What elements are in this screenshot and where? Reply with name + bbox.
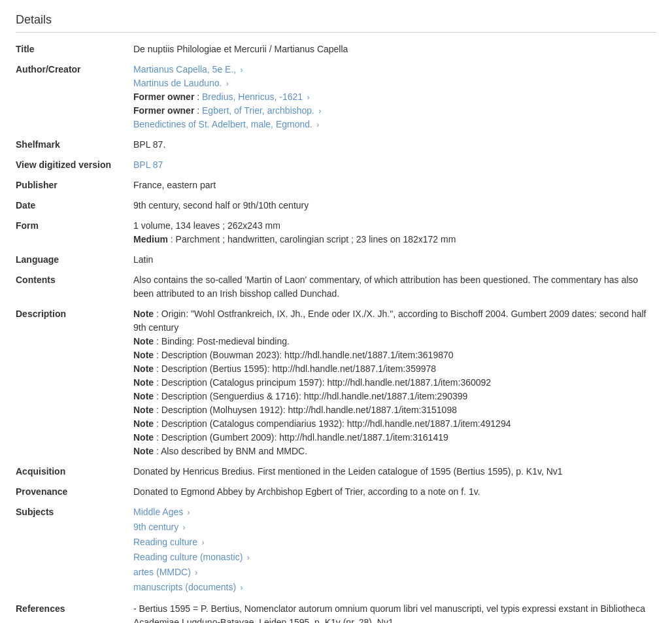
table-row: AcquisitionDonated by Henricus Bredius. … bbox=[16, 462, 656, 482]
row-label: References bbox=[16, 599, 133, 623]
row-value: Middle Ages ›9th century ›Reading cultur… bbox=[133, 502, 656, 599]
row-label: Provenance bbox=[16, 482, 133, 502]
row-value: Latin bbox=[133, 250, 656, 270]
author-link[interactable]: Martinus de Lauduno. bbox=[133, 78, 222, 88]
chevron-icon: › bbox=[305, 93, 309, 102]
table-row: DescriptionNote : Origin: "Wohl Ostfrank… bbox=[16, 304, 656, 462]
note-label: Note bbox=[133, 350, 154, 360]
row-value: BPL 87 bbox=[133, 155, 656, 175]
chevron-icon: › bbox=[316, 107, 321, 116]
row-label: Acquisition bbox=[16, 462, 133, 482]
row-value: BPL 87. bbox=[133, 135, 656, 155]
chevron-icon: › bbox=[180, 523, 185, 532]
owner-link[interactable]: Benedictines of St. Adelbert, male, Egmo… bbox=[133, 119, 312, 129]
digitized-version-link[interactable]: BPL 87 bbox=[133, 160, 163, 170]
row-label: Description bbox=[16, 304, 133, 462]
row-label: Date bbox=[16, 195, 133, 216]
note-label: Note bbox=[133, 432, 154, 443]
row-value: 9th century, second half or 9th/10th cen… bbox=[133, 195, 656, 216]
owner-link[interactable]: Egbert, of Trier, archbishop. bbox=[202, 105, 314, 116]
table-row: TitleDe nuptiis Philologiae et Mercurii … bbox=[16, 39, 656, 59]
table-row: Author/CreatorMartianus Capella, 5e E., … bbox=[16, 59, 656, 135]
table-row: View digitized versionBPL 87 bbox=[16, 155, 656, 175]
chevron-icon: › bbox=[224, 79, 228, 88]
row-label: Author/Creator bbox=[16, 59, 133, 135]
row-label: Shelfmark bbox=[16, 135, 133, 155]
table-row: PublisherFrance, eastern part bbox=[16, 175, 656, 195]
row-value: France, eastern part bbox=[133, 175, 656, 195]
subject-link[interactable]: 9th century bbox=[133, 522, 178, 532]
chevron-icon: › bbox=[314, 120, 319, 129]
table-row: References- Bertius 1595 = P. Bertius, N… bbox=[16, 599, 656, 623]
note-label: Note bbox=[133, 391, 154, 401]
subject-link[interactable]: Middle Ages bbox=[133, 507, 183, 517]
row-label: Title bbox=[16, 39, 133, 59]
row-value: Also contains the so-called 'Martin of L… bbox=[133, 270, 656, 304]
author-link[interactable]: Martianus Capella, 5e E., bbox=[133, 64, 236, 75]
note-label: Note bbox=[133, 363, 154, 374]
row-value: - Bertius 1595 = P. Bertius, Nomenclator… bbox=[133, 599, 656, 623]
table-row: Form1 volume, 134 leaves ; 262x243 mmMed… bbox=[16, 216, 656, 250]
chevron-icon: › bbox=[238, 65, 243, 75]
subject-link[interactable]: Reading culture bbox=[133, 537, 197, 547]
note-label: Note bbox=[133, 418, 154, 429]
row-label: Subjects bbox=[16, 502, 133, 599]
section-title: Details bbox=[16, 13, 656, 33]
table-row: ContentsAlso contains the so-called 'Mar… bbox=[16, 270, 656, 304]
subject-link[interactable]: manuscripts (documents) bbox=[133, 582, 236, 592]
owner-link[interactable]: Bredius, Henricus, -1621 bbox=[202, 92, 303, 102]
row-value: De nuptiis Philologiae et Mercurii / Mar… bbox=[133, 39, 656, 59]
table-row: ShelfmarkBPL 87. bbox=[16, 135, 656, 155]
row-value: 1 volume, 134 leaves ; 262x243 mmMedium … bbox=[133, 216, 656, 250]
subject-link[interactable]: Reading culture (monastic) bbox=[133, 552, 243, 562]
table-row: Date9th century, second half or 9th/10th… bbox=[16, 195, 656, 216]
chevron-icon: › bbox=[238, 583, 243, 592]
chevron-icon: › bbox=[199, 538, 204, 547]
chevron-icon: › bbox=[244, 553, 249, 562]
medium-label: Medium bbox=[133, 234, 168, 244]
chevron-icon: › bbox=[185, 508, 190, 517]
table-row: LanguageLatin bbox=[16, 250, 656, 270]
note-label: Note bbox=[133, 309, 154, 319]
note-label: Note bbox=[133, 336, 154, 346]
row-label: Language bbox=[16, 250, 133, 270]
row-value: Donated to Egmond Abbey by Archbishop Eg… bbox=[133, 482, 656, 502]
former-owner-label: Former owner bbox=[133, 105, 194, 116]
subject-link[interactable]: artes (MMDC) bbox=[133, 567, 191, 577]
row-value: Note : Origin: "Wohl Ostfrankreich, IX. … bbox=[133, 304, 656, 462]
table-row: SubjectsMiddle Ages ›9th century ›Readin… bbox=[16, 502, 656, 599]
chevron-icon: › bbox=[193, 568, 197, 577]
former-owner-label: Former owner bbox=[133, 92, 194, 102]
table-row: ProvenanceDonated to Egmond Abbey by Arc… bbox=[16, 482, 656, 502]
note-label: Note bbox=[133, 405, 154, 415]
note-label: Note bbox=[133, 446, 154, 456]
details-table: TitleDe nuptiis Philologiae et Mercurii … bbox=[16, 39, 656, 623]
note-label: Note bbox=[133, 377, 154, 388]
row-label: Publisher bbox=[16, 175, 133, 195]
row-label: Contents bbox=[16, 270, 133, 304]
row-value: Martianus Capella, 5e E., ›Martinus de L… bbox=[133, 59, 656, 135]
row-value: Donated by Henricus Bredius. First menti… bbox=[133, 462, 656, 482]
row-label: Form bbox=[16, 216, 133, 250]
row-label: View digitized version bbox=[16, 155, 133, 175]
